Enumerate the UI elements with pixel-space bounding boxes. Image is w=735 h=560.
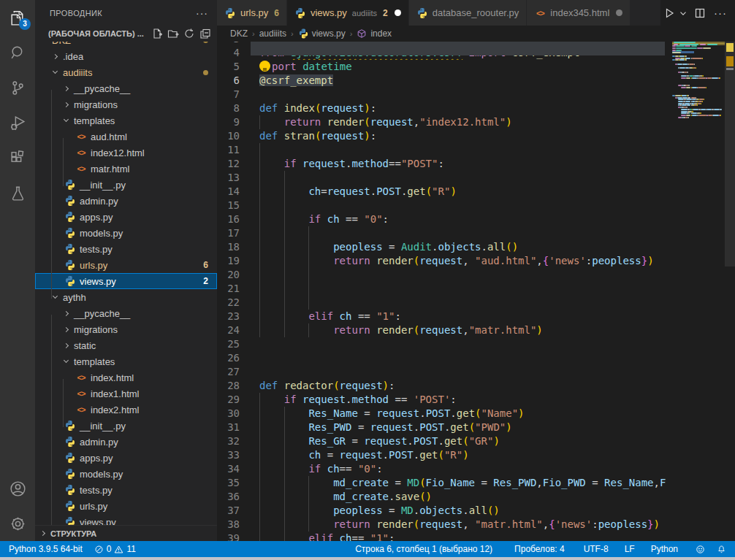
dirty-indicator-icon[interactable] xyxy=(395,9,401,16)
tree-file-apps-py[interactable]: apps.py xyxy=(35,209,217,225)
breadcrumb-item-dkz[interactable]: DKZ xyxy=(230,28,248,39)
tree-file-apps-py[interactable]: apps.py xyxy=(35,450,217,466)
collapse-all-icon[interactable] xyxy=(199,28,211,39)
minimap-slider[interactable] xyxy=(725,42,735,266)
tree-file-tests-py[interactable]: tests.py xyxy=(35,482,217,498)
encoding-status[interactable]: UTF-8 xyxy=(578,541,614,557)
tree-folder-migrations[interactable]: migrations xyxy=(35,321,217,337)
code-line-28[interactable]: 28def redactor(request): xyxy=(217,379,735,393)
lightbulb-icon[interactable] xyxy=(259,61,270,72)
code-line-27[interactable]: 27 xyxy=(217,365,735,379)
tree-folder--idea[interactable]: .idea xyxy=(35,48,217,64)
code-line-8[interactable]: 8def index(request): xyxy=(217,101,735,115)
minimap[interactable] xyxy=(672,42,725,541)
tree-folder-templates[interactable]: templates xyxy=(35,353,217,369)
tree-folder-templates[interactable]: templates xyxy=(35,112,217,129)
tree-folder-aythh[interactable]: aythh xyxy=(35,289,217,305)
run-debug-icon[interactable] xyxy=(0,105,35,140)
cursor-position-status[interactable]: Строка 6, столбец 1 (выбрано 12) xyxy=(349,541,498,557)
code-line-31[interactable]: 31 Res_PWD = request.POST.get("PWD") xyxy=(217,421,735,434)
tree-folder--pycache-[interactable]: __pycache__ xyxy=(35,80,217,96)
breadcrumb-item-audiiits[interactable]: audiiits xyxy=(259,28,286,39)
code-line-24[interactable]: 24 return render(request,"matr.html") xyxy=(217,323,735,337)
tree-folder-migrations[interactable]: migrations xyxy=(35,96,217,112)
language-mode-status[interactable]: Python xyxy=(645,541,684,557)
tree-file-urls-py[interactable]: urls.py6 xyxy=(35,257,217,273)
code-line-18[interactable]: 18 peopless = Audit.objects.all() xyxy=(217,240,735,254)
tab-urls-py[interactable]: urls.py6 xyxy=(217,0,287,26)
code-line-30[interactable]: 30 Res_Name = request.POST.get("Name") xyxy=(217,407,735,421)
new-file-icon[interactable] xyxy=(151,28,163,39)
tree-folder--pycache-[interactable]: __pycache__ xyxy=(35,305,217,321)
search-icon[interactable] xyxy=(0,35,35,70)
run-dropdown-chevron[interactable] xyxy=(678,4,688,22)
code-line-10[interactable]: 10def stran(request): xyxy=(217,129,735,143)
problems-status[interactable]: 0 11 xyxy=(88,541,142,557)
breadcrumb-item-views-py[interactable]: views.py xyxy=(298,28,346,39)
explorer-icon[interactable]: 3 xyxy=(0,0,35,35)
code-line-25[interactable]: 25 xyxy=(217,337,735,351)
code-line-15[interactable]: 15 xyxy=(217,199,735,212)
tree-file-views-py[interactable]: views.py xyxy=(35,514,217,525)
code-line-35[interactable]: 35 md_create = MD(Fio_Name = Res_PWD,Fio… xyxy=(217,476,735,490)
eol-status[interactable]: LF xyxy=(619,541,641,557)
tab-index345-html[interactable]: <>index345.html xyxy=(527,0,631,26)
workspace-header[interactable]: (РАБОЧАЯ ОБЛАСТЬ) ... xyxy=(35,26,217,42)
tree-file-tests-py[interactable]: tests.py xyxy=(35,241,217,257)
code-line-39[interactable]: 39 elif ch== "1": xyxy=(217,532,735,541)
settings-icon[interactable] xyxy=(0,506,35,541)
more-actions-button[interactable]: ··· xyxy=(712,4,729,22)
run-button[interactable] xyxy=(660,4,678,22)
source-control-icon[interactable] xyxy=(0,70,35,105)
tree-file-models-py[interactable]: models.py xyxy=(35,225,217,241)
code-line-12[interactable]: 12 if request.method=="POST": xyxy=(217,157,735,171)
tab-database-roouter-py[interactable]: database_roouter.py xyxy=(409,0,528,26)
split-editor-button[interactable] xyxy=(691,4,709,22)
tab-views-py[interactable]: views.pyaudiiits2 xyxy=(287,0,409,26)
code-line-22[interactable]: 22 xyxy=(217,296,735,310)
extensions-icon[interactable] xyxy=(0,140,35,175)
code-line-34[interactable]: 34 if ch== "0": xyxy=(217,462,735,476)
code-line-26[interactable]: 26 xyxy=(217,351,735,365)
code-line-7[interactable]: 7 xyxy=(217,88,735,101)
code-line-38[interactable]: 38 return render(request, "matr.html",{'… xyxy=(217,518,735,532)
indentation-status[interactable]: Пробелов: 4 xyxy=(509,541,571,557)
code-line-6[interactable]: 6@csrf_exempt xyxy=(217,74,735,88)
code-line-16[interactable]: 16 if ch == "0": xyxy=(217,212,735,226)
overview-ruler[interactable] xyxy=(725,42,735,541)
code-line-13[interactable]: 13 xyxy=(217,171,735,185)
code-line-5[interactable]: 5port datetime xyxy=(217,60,735,74)
tree-file-views-py[interactable]: views.py2 xyxy=(35,273,217,289)
tree-file-admin-py[interactable]: admin.py xyxy=(35,434,217,450)
refresh-icon[interactable] xyxy=(183,28,195,39)
breadcrumb-item-index[interactable]: index xyxy=(357,28,392,39)
code-line-37[interactable]: 37 peopless = MD.objects.all() xyxy=(217,504,735,518)
code-line-20[interactable]: 20 xyxy=(217,268,735,282)
notifications-bell-icon[interactable] xyxy=(711,541,735,557)
tree-file-urls-py[interactable]: urls.py xyxy=(35,498,217,514)
accounts-icon[interactable] xyxy=(0,471,35,506)
new-folder-icon[interactable] xyxy=(167,28,179,39)
outline-section-header[interactable]: СТРУКТУРА xyxy=(35,525,217,541)
tree-folder-audiiits[interactable]: audiiits xyxy=(35,64,217,80)
code-line-21[interactable]: 21 xyxy=(217,282,735,296)
code-line-17[interactable]: 17 xyxy=(217,226,735,240)
explorer-more-actions[interactable]: ··· xyxy=(196,7,208,19)
tree-file-models-py[interactable]: models.py xyxy=(35,466,217,482)
code-editor[interactable]: 3from aythh.models import MD,Audit4from … xyxy=(217,42,735,541)
code-line-11[interactable]: 11 xyxy=(217,143,735,157)
tree-file-admin-py[interactable]: admin.py xyxy=(35,193,217,209)
python-interpreter-status[interactable]: Python 3.9.5 64-bit xyxy=(0,541,88,557)
code-line-14[interactable]: 14 ch=request.POST.get("R") xyxy=(217,185,735,199)
code-line-32[interactable]: 32 Res_GR = request.POST.get("GR") xyxy=(217,434,735,448)
code-line-9[interactable]: 9 return render(request,"index12.html") xyxy=(217,115,735,129)
tree-folder-static[interactable]: static xyxy=(35,337,217,353)
tree-folder-dkz[interactable]: DKZ xyxy=(35,42,217,48)
code-line-36[interactable]: 36 md_create.save() xyxy=(217,490,735,504)
code-line-33[interactable]: 33 ch = request.POST.get("R") xyxy=(217,448,735,462)
dirty-indicator-icon[interactable] xyxy=(616,9,622,16)
feedback-icon[interactable] xyxy=(690,541,711,557)
code-line-19[interactable]: 19 return render(request, "aud.html",{'n… xyxy=(217,254,735,268)
code-line-29[interactable]: 29 if request.method == 'POST': xyxy=(217,393,735,407)
testing-icon[interactable] xyxy=(0,175,35,210)
